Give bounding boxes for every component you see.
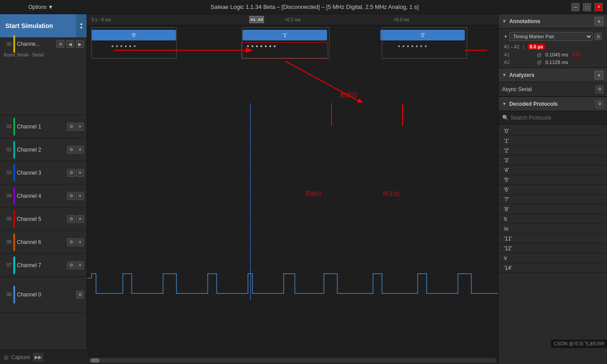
ch02-number: 02	[3, 147, 12, 152]
minimize-button[interactable]: ─	[571, 3, 579, 11]
ch00-analog-gear-icon[interactable]: ⚙	[76, 291, 84, 299]
ch07-color-bar	[13, 256, 15, 274]
analyzers-title: Analyzers	[509, 72, 592, 78]
async-serial-settings-icon[interactable]: ⚙	[595, 85, 603, 93]
protocol-item-13[interactable]: \r	[499, 253, 607, 263]
protocol-item-5[interactable]: '5'	[499, 175, 607, 185]
ch00-next-icon[interactable]: ▶	[76, 40, 84, 48]
ch04-number: 04	[3, 193, 12, 198]
ch05-name: Channel 5	[17, 216, 65, 222]
analyzers-section-header: ▼ Analyzers +	[499, 68, 607, 82]
channel-00-analog-row: 00 Channel 0 ⚙	[0, 277, 87, 312]
ch01-close-icon[interactable]: ✕	[76, 123, 84, 131]
ch01-gear-icon[interactable]: ⚙	[67, 123, 75, 131]
vcursor-ch05	[250, 196, 251, 218]
channel-06-row: 06 Channel 6 ⚙ ✕	[0, 231, 87, 254]
protocol-item-7[interactable]: '7'	[499, 195, 607, 204]
ch03-close-icon[interactable]: ✕	[76, 169, 84, 177]
waveform-scrollbar[interactable]	[87, 356, 498, 364]
label-start-bit: 开始位	[305, 190, 322, 198]
analog-waveform-svg	[87, 265, 498, 300]
protocol-item-12[interactable]: '12'	[499, 244, 607, 253]
ch00-analog-color-bar	[13, 286, 15, 304]
protocol-item-14[interactable]: '14'	[499, 263, 607, 273]
waveform-area[interactable]: '0' '1' '2'	[87, 25, 498, 356]
search-icon: 🔍	[502, 115, 509, 121]
simulation-arrows[interactable]: ▲ ▼	[76, 14, 87, 37]
waveform-ch00-analog	[87, 265, 498, 300]
ch02-close-icon[interactable]: ✕	[76, 146, 84, 154]
close-button[interactable]: ✕	[595, 3, 603, 11]
ch01-color-bar	[13, 118, 15, 136]
ch00-sub: Async Serial - Serial	[0, 51, 87, 59]
ch05-gear-icon[interactable]: ⚙	[67, 215, 75, 223]
main-layout: Start Simulation ▲ ▼ 00 Channe... ⚙ ◀ ▶ …	[0, 14, 607, 364]
ch07-gear-icon[interactable]: ⚙	[67, 261, 75, 269]
ch00-analog-name: Channel 0	[17, 292, 74, 298]
protocol-item-0[interactable]: '0'	[499, 126, 607, 136]
right-panel: ▼ Annotations + ▼ Timing Marker Pair ⚙ A…	[498, 14, 607, 364]
a1-label: A1	[504, 52, 535, 57]
timing-marker-settings-icon[interactable]: ⚙	[595, 33, 602, 40]
protocol-item-8[interactable]: '8'	[499, 204, 607, 214]
capture-arrow-button[interactable]: ▶▶	[33, 353, 44, 362]
a2-label: A2	[504, 60, 535, 65]
protocol-item-9[interactable]: \t	[499, 214, 607, 224]
annotations-add-button[interactable]: +	[595, 17, 603, 26]
ch03-gear-icon[interactable]: ⚙	[67, 169, 75, 177]
left-panel: Start Simulation ▲ ▼ 00 Channe... ⚙ ◀ ▶ …	[0, 14, 87, 364]
protocol-item-10[interactable]: \n	[499, 224, 607, 234]
ch01-arrows-svg	[87, 103, 498, 126]
ch00-color-bar	[13, 35, 15, 53]
a2-value: 0.1128 ms	[545, 60, 568, 65]
options-button[interactable]: Options ▼	[28, 4, 53, 10]
a1-value-row: A1 @ 0.1045 ms 实际	[502, 51, 603, 59]
timing-marker-dropdown[interactable]: Timing Marker Pair	[509, 32, 593, 41]
timeline: 0 s : 0 ms A1 A2 +0.2 ms +0.3 ms	[87, 14, 498, 25]
search-box: 🔍	[499, 111, 607, 124]
channel-04-row: 04 Channel 4 ⚙ ✕	[0, 184, 87, 208]
analyzers-add-button[interactable]: +	[595, 71, 603, 80]
ch04-gear-icon[interactable]: ⚙	[67, 192, 75, 200]
timing-marker-triangle-icon: ▼	[504, 35, 507, 39]
ch05-color-bar	[13, 210, 15, 228]
search-protocols-input[interactable]	[511, 115, 603, 121]
a1-marker-label: A1 – A2	[504, 44, 519, 49]
timing-marker-row: ▼ Timing Marker Pair ⚙	[502, 30, 603, 43]
protocol-item-2[interactable]: '2'	[499, 146, 607, 156]
ch00-gear-icon[interactable]: ⚙	[56, 40, 64, 48]
ch06-close-icon[interactable]: ✕	[76, 238, 84, 246]
vcursor-ch06	[250, 219, 251, 241]
a1-at-label: @	[537, 52, 542, 57]
ch07-close-icon[interactable]: ✕	[76, 261, 84, 269]
protocol-item-1[interactable]: '1'	[499, 136, 607, 146]
protocol-item-3[interactable]: '3'	[499, 156, 607, 165]
maximize-button[interactable]: □	[583, 3, 591, 11]
start-simulation-button[interactable]: Start Simulation	[0, 14, 76, 37]
protocol-list: '0' '1' '2' '3' '4' '5' '6' '7' '8' \t \…	[499, 124, 607, 275]
protocol-item-6[interactable]: '6'	[499, 185, 607, 195]
protocol-item-11[interactable]: '11'	[499, 234, 607, 244]
ch00-prev-icon[interactable]: ◀	[66, 40, 74, 48]
ch06-gear-icon[interactable]: ⚙	[67, 238, 75, 246]
annotation-arrows-svg	[87, 25, 498, 103]
ch04-close-icon[interactable]: ✕	[76, 192, 84, 200]
scrollbar-track	[89, 358, 496, 363]
ch07-name: Channel 7	[17, 262, 65, 268]
a1-a2-value: 8.6 µs	[528, 44, 545, 50]
annotations-content: ▼ Timing Marker Pair ⚙ A1 – A2 | 8.6 µs …	[499, 28, 607, 68]
protocol-item-4[interactable]: '4'	[499, 165, 607, 175]
ch02-gear-icon[interactable]: ⚙	[67, 146, 75, 154]
ch05-close-icon[interactable]: ✕	[76, 215, 84, 223]
analyzers-section: ▼ Analyzers + Async Serial ⚙	[499, 68, 607, 96]
ch03-color-bar	[13, 164, 15, 182]
async-serial-analyzer-item: Async Serial ⚙	[499, 82, 607, 96]
scrollbar-thumb[interactable]	[91, 358, 100, 363]
analyzers-triangle-icon: ▼	[502, 72, 507, 77]
waveform-ch03	[87, 149, 498, 172]
vcursor-ch02	[250, 126, 251, 149]
channel-02-row: 02 Channel 2 ⚙ ✕	[0, 138, 87, 161]
a1-value: 0.1045 ms	[545, 52, 568, 57]
timeline-mark2: +0.2 ms	[285, 17, 301, 22]
decoded-protocols-gear-icon[interactable]: ⚙	[595, 100, 603, 108]
